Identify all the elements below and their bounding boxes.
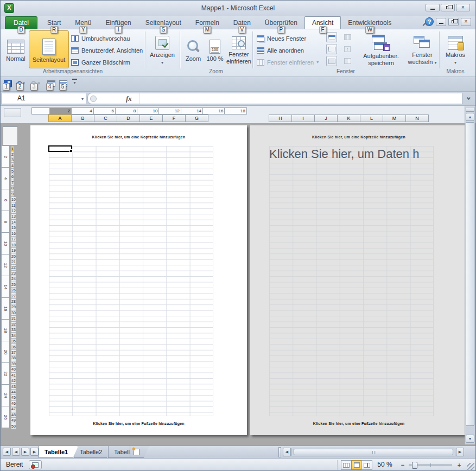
- row-header[interactable]: 48: [11, 412, 16, 418]
- view-option-button[interactable]: Umbruchvorschau: [71, 33, 130, 44]
- cell-grid[interactable]: [269, 146, 434, 416]
- zoom-freeze-button[interactable]: Fenster einfrieren: [225, 30, 252, 68]
- selected-cell-a1[interactable]: [48, 145, 72, 152]
- row-header[interactable]: 44: [11, 390, 16, 395]
- zoom-out-button[interactable]: −: [399, 462, 407, 468]
- column-header[interactable]: M: [383, 114, 406, 122]
- ribbon-tab[interactable]: Ansicht F: [304, 16, 341, 29]
- zoom-in-button[interactable]: +: [455, 462, 463, 468]
- ribbon-tab[interactable]: Daten V: [226, 17, 258, 29]
- split-handle[interactable]: [466, 107, 474, 112]
- header-prompt[interactable]: Klicken Sie hier, um eine Kopfzeile hinz…: [250, 135, 467, 139]
- row-header[interactable]: 16: [11, 231, 16, 237]
- expand-formula-bar-button[interactable]: [465, 94, 474, 104]
- row-header[interactable]: 27: [11, 293, 16, 298]
- sheet-tab[interactable]: Tabelle2: [74, 446, 112, 458]
- row-header[interactable]: 4: [11, 163, 14, 168]
- row-header[interactable]: 38: [11, 355, 16, 361]
- row-header[interactable]: 35: [11, 339, 16, 344]
- window-option-button[interactable]: Neues Fenster: [257, 33, 309, 44]
- row-header[interactable]: 14: [11, 220, 16, 225]
- row-header[interactable]: 40: [11, 367, 16, 372]
- sheet-tab[interactable]: Tabelle1: [39, 446, 78, 458]
- row-header[interactable]: 1: [11, 146, 14, 151]
- row-header[interactable]: 47: [11, 406, 16, 412]
- ribbon-tab[interactable]: Formeln M: [188, 17, 226, 29]
- synchronous-scrolling-button[interactable]: ↕: [341, 44, 353, 54]
- column-header[interactable]: E: [139, 114, 163, 122]
- show-group-button[interactable]: Anzeigen ▾: [148, 30, 176, 68]
- ribbon-tab[interactable]: Seitenlayout S: [138, 17, 188, 29]
- zoom-button[interactable]: Zoom: [182, 30, 205, 68]
- row-header[interactable]: 32: [11, 322, 16, 327]
- row-header[interactable]: 26: [11, 288, 16, 293]
- column-header[interactable]: C: [94, 114, 117, 122]
- zoom-level-button[interactable]: 50 %: [374, 461, 396, 468]
- column-header[interactable]: K: [337, 114, 360, 122]
- row-header[interactable]: 22: [11, 265, 16, 270]
- ribbon-tab[interactable]: Start R: [40, 17, 68, 29]
- row-header[interactable]: 18: [11, 242, 16, 247]
- row-header[interactable]: 12: [11, 208, 16, 214]
- customize-qat-button[interactable]: ▾: [72, 79, 77, 88]
- ribbon-tab[interactable]: Menü Y: [68, 17, 98, 29]
- row-header[interactable]: 29: [11, 304, 16, 310]
- row-header[interactable]: 50: [11, 423, 16, 429]
- ribbon-tab[interactable]: Einfügen I: [98, 17, 138, 29]
- workbook-restore-button[interactable]: [448, 18, 459, 26]
- insert-function-button[interactable]: fx: [126, 94, 132, 103]
- row-header[interactable]: 11: [11, 202, 16, 208]
- row-header[interactable]: 39: [11, 361, 16, 367]
- column-header[interactable]: B: [71, 114, 94, 122]
- tab-splitter[interactable]: [278, 447, 281, 457]
- restore-button[interactable]: [441, 4, 455, 11]
- row-header[interactable]: 6: [11, 174, 14, 180]
- view-side-by-side-button[interactable]: [341, 32, 353, 42]
- hide-window-button[interactable]: [326, 44, 337, 54]
- minimize-button[interactable]: [426, 4, 440, 11]
- view-option-button[interactable]: Ganzer Bildschirm: [71, 57, 130, 68]
- column-header[interactable]: G: [185, 114, 208, 122]
- column-header[interactable]: L: [360, 114, 383, 122]
- zoom-slider[interactable]: [409, 464, 452, 466]
- close-button[interactable]: ×: [456, 4, 470, 11]
- row-header[interactable]: 8: [11, 186, 14, 191]
- row-header[interactable]: 41: [11, 373, 16, 378]
- row-header[interactable]: 49: [11, 418, 16, 423]
- row-header[interactable]: 37: [11, 350, 16, 355]
- reset-window-position-button[interactable]: [341, 56, 353, 66]
- zoom-slider-thumb[interactable]: [412, 462, 417, 469]
- row-header[interactable]: 46: [11, 401, 16, 406]
- scrollbar-thumb[interactable]: [466, 122, 474, 426]
- row-header[interactable]: 20: [11, 253, 16, 259]
- row-header[interactable]: 34: [11, 333, 16, 338]
- save-workspace-button[interactable]: Aufgabenber. speichern: [358, 30, 404, 68]
- unhide-window-button[interactable]: [326, 56, 337, 66]
- row-header[interactable]: 7: [11, 180, 14, 186]
- row-header[interactable]: 2: [11, 151, 14, 157]
- scrollbar-thumb[interactable]: [294, 449, 453, 455]
- column-header[interactable]: I: [291, 114, 315, 122]
- ribbon-tab[interactable]: Überprüfen P: [258, 17, 304, 29]
- split-button[interactable]: [326, 32, 337, 42]
- zoom-100-button[interactable]: 100 %: [206, 30, 224, 68]
- next-sheet-button[interactable]: ▶: [21, 448, 29, 456]
- view-option-button[interactable]: Benutzerdef. Ansichten: [71, 45, 143, 56]
- horizontal-scrollbar[interactable]: [291, 448, 455, 456]
- last-sheet-button[interactable]: ▶: [30, 448, 39, 456]
- row-header[interactable]: 19: [11, 248, 16, 253]
- page-2[interactable]: Klicken Sie hier, um eine Kopfzeile hinz…: [250, 125, 467, 435]
- column-header[interactable]: A: [48, 114, 72, 122]
- row-header[interactable]: 30: [11, 310, 16, 316]
- window-option-button[interactable]: Alle anordnen: [257, 45, 307, 56]
- row-header[interactable]: 45: [11, 395, 16, 400]
- scroll-up-button[interactable]: ▲: [466, 113, 474, 121]
- workbook-minimize-button[interactable]: [436, 18, 446, 26]
- previous-sheet-button[interactable]: ◀: [12, 448, 20, 456]
- row-header[interactable]: 33: [11, 327, 16, 333]
- vertical-scrollbar[interactable]: ▲ ▼: [465, 106, 475, 444]
- column-header[interactable]: N: [405, 114, 429, 122]
- select-all-corner[interactable]: [4, 108, 21, 117]
- page-break-shortcut[interactable]: [361, 460, 372, 470]
- switch-windows-button[interactable]: Fenster wechseln ▾: [407, 30, 438, 68]
